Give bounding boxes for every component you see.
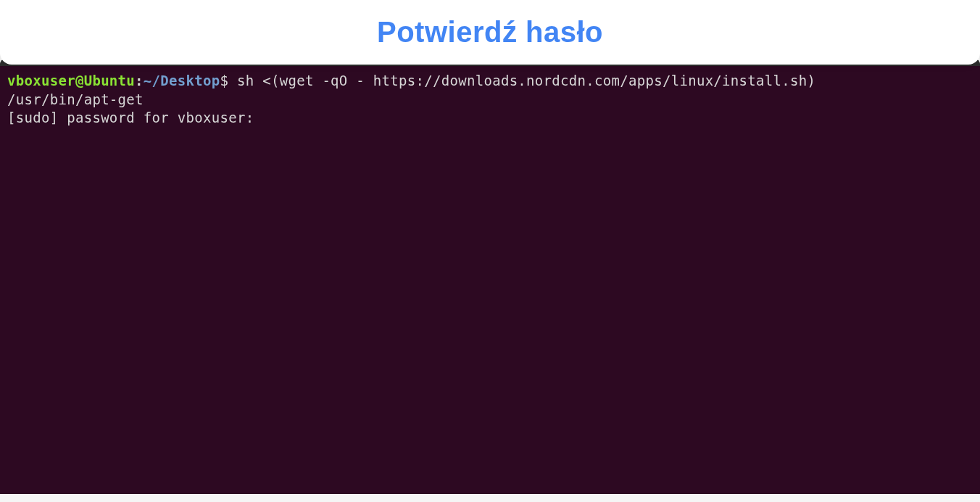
terminal-output-line-1: /usr/bin/apt-get: [7, 91, 973, 110]
prompt-path: ~/Desktop: [144, 73, 220, 89]
instruction-title: Potwierdź hasło: [14, 16, 966, 49]
terminal-body[interactable]: vboxuser@Ubuntu:~/Desktop$ sh <(wget -qO…: [0, 66, 980, 494]
prompt-user-host: vboxuser@Ubuntu: [7, 73, 135, 89]
terminal-output-line-2: [sudo] password for vboxuser:: [7, 109, 973, 128]
command-text: sh <(wget -qO - https://downloads.nordcd…: [228, 73, 815, 89]
prompt-symbol: $: [220, 73, 229, 89]
terminal-window: vboxuser@Ubuntu:~/Desktop$ sh <(wget -qO…: [0, 59, 980, 494]
terminal-prompt-line: vboxuser@Ubuntu:~/Desktop$ sh <(wget -qO…: [7, 72, 973, 91]
instruction-header: Potwierdź hasło: [0, 0, 980, 65]
prompt-separator: :: [135, 73, 144, 89]
